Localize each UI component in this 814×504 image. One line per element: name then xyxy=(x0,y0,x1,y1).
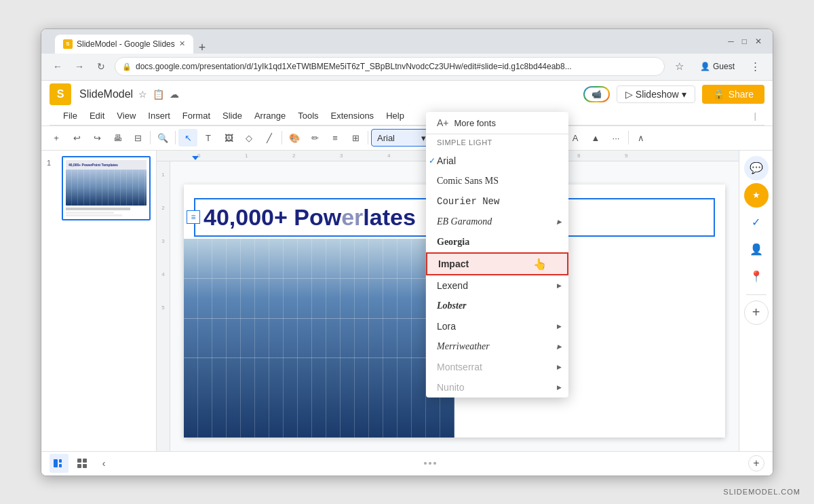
lock-icon: 🔒 xyxy=(122,62,132,71)
shapes-button[interactable]: ◇ xyxy=(239,129,258,147)
filmstrip-view-button[interactable] xyxy=(50,454,69,473)
menu-format[interactable]: Format xyxy=(177,109,216,122)
bg-color-button[interactable]: 🎨 xyxy=(285,129,304,147)
app-toolbar: S SlideModel ☆ 📋 ☁ 📹 ▷ Slideshow ▾ xyxy=(41,81,773,126)
sidebar-maps-icon[interactable]: 📍 xyxy=(744,265,769,289)
grid-view-button[interactable] xyxy=(73,454,92,473)
zoom-out-button[interactable]: + xyxy=(47,129,66,147)
forward-button[interactable]: → xyxy=(71,58,88,75)
ruler-v-mark-5: 5 xyxy=(161,305,164,311)
slide-building-image xyxy=(184,239,454,438)
more-options-icon[interactable]: ⋮ xyxy=(745,57,764,76)
panel-chevron-button[interactable]: ‹ xyxy=(96,455,112,471)
font-item-arial[interactable]: Arial xyxy=(426,151,568,171)
pen-button[interactable]: ✏ xyxy=(305,129,324,147)
refresh-button[interactable]: ↻ xyxy=(93,58,109,75)
image-button[interactable]: 🖼 xyxy=(219,129,238,147)
menu-accessibility-separator: | xyxy=(754,111,756,121)
font-courier-label: Courier New xyxy=(437,196,499,207)
menu-view[interactable]: View xyxy=(111,109,141,122)
slide-building-lines xyxy=(184,239,454,438)
more-fonts-item[interactable]: A+ More fonts xyxy=(426,112,568,134)
font-lobster-label: Lobster xyxy=(437,301,467,311)
profile-button[interactable]: 👤 Guest xyxy=(693,60,741,73)
text-box-button[interactable]: T xyxy=(199,129,218,147)
zoom-button[interactable]: 🔍 xyxy=(153,129,172,147)
minimize-button[interactable]: ─ xyxy=(728,37,734,46)
cloud-icon[interactable]: ☁ xyxy=(170,89,179,100)
sidebar-add-button[interactable]: + xyxy=(744,301,769,325)
select-tool-button[interactable]: ↖ xyxy=(178,129,197,147)
font-dropdown[interactable]: Arial ▾ xyxy=(371,129,432,147)
menu-slide[interactable]: Slide xyxy=(217,109,248,122)
tab-close-button[interactable]: ✕ xyxy=(179,39,185,48)
save-icon[interactable]: 📋 xyxy=(153,89,164,100)
restore-button[interactable]: □ xyxy=(742,37,747,46)
font-item-lobster[interactable]: Lobster xyxy=(426,296,568,316)
bookmarks-icon[interactable]: ☆ xyxy=(670,57,689,76)
menu-insert[interactable]: Insert xyxy=(142,109,176,122)
undo-button[interactable]: ↩ xyxy=(67,129,86,147)
font-item-georgia[interactable]: Georgia xyxy=(426,232,568,252)
new-tab-button[interactable]: + xyxy=(199,41,206,54)
font-item-montserrat[interactable]: Montserrat xyxy=(426,357,568,377)
svg-rect-2 xyxy=(59,464,62,467)
menu-extensions[interactable]: Extensions xyxy=(326,109,380,122)
font-section-label: SIMPLE LIGHT xyxy=(426,134,568,151)
dot-3 xyxy=(433,462,436,465)
more-button[interactable]: ⊞ xyxy=(346,129,365,147)
ruler-v-mark-2: 2 xyxy=(161,205,164,211)
svg-rect-3 xyxy=(77,459,81,463)
tab-bar: S SlideModel - Google Slides ✕ + xyxy=(55,29,725,54)
meet-button[interactable]: 📹 xyxy=(583,86,610,102)
font-item-lora[interactable]: Lora xyxy=(426,316,568,336)
font-merriweather-label: Merriweather xyxy=(437,341,490,352)
slideshow-button[interactable]: ▷ Slideshow ▾ xyxy=(617,85,695,103)
font-dropdown-menu: A+ More fonts SIMPLE LIGHT Arial Comic S… xyxy=(426,112,568,398)
lines-button[interactable]: ╱ xyxy=(260,129,279,147)
font-item-nunito[interactable]: Nunito xyxy=(426,377,568,398)
font-item-courier[interactable]: Courier New xyxy=(426,191,568,212)
font-item-comic-sans[interactable]: Comic Sans MS xyxy=(426,171,568,191)
align-button[interactable]: ≡ xyxy=(326,129,345,147)
sidebar-user-icon[interactable]: 👤 xyxy=(744,237,769,262)
add-slide-button[interactable]: + xyxy=(748,455,764,471)
chrome-toolbar-icons: ☆ 👤 Guest ⋮ xyxy=(670,57,764,76)
svg-rect-0 xyxy=(54,459,58,467)
ruler-v-mark-4: 4 xyxy=(161,271,164,277)
back-button[interactable]: ← xyxy=(50,58,66,75)
redo-button[interactable]: ↪ xyxy=(88,129,106,147)
active-tab[interactable]: S SlideModel - Google Slides ✕ xyxy=(55,35,193,54)
print-button[interactable]: 🖶 xyxy=(108,129,127,147)
font-item-merriweather[interactable]: Merriweather xyxy=(426,336,568,357)
url-text: docs.google.com/presentation/d/1yIk1qd1X… xyxy=(136,62,572,71)
slideshow-chevron-icon: ▾ xyxy=(682,89,686,100)
thumb-building xyxy=(66,170,147,206)
sidebar-check-icon[interactable]: ✓ xyxy=(744,210,769,235)
font-item-impact[interactable]: Impact 👆 xyxy=(426,252,568,275)
star-icon[interactable]: ☆ xyxy=(138,89,147,100)
more-formatting-button[interactable]: ··· xyxy=(606,129,625,147)
font-item-eb-garamond[interactable]: EB Garamond xyxy=(426,212,568,232)
svg-rect-6 xyxy=(83,464,87,468)
ruler-mark-3: 3 xyxy=(340,153,343,159)
slide-number: 1 xyxy=(47,159,58,167)
close-window-button[interactable]: ✕ xyxy=(755,37,762,46)
menu-edit[interactable]: Edit xyxy=(84,109,110,122)
share-button[interactable]: 🔒 Share xyxy=(702,85,764,104)
menu-help[interactable]: Help xyxy=(381,109,410,122)
sidebar-comments-icon[interactable]: 💬 xyxy=(744,156,769,180)
menu-arrange[interactable]: Arrange xyxy=(249,109,291,122)
font-item-lexend[interactable]: Lexend xyxy=(426,275,568,296)
url-bar[interactable]: 🔒 docs.google.com/presentation/d/1yIk1qd… xyxy=(115,57,665,76)
text-align-icon[interactable]: ≡ xyxy=(187,210,200,224)
menu-file[interactable]: File xyxy=(58,109,83,122)
paint-format-button[interactable]: ⊟ xyxy=(128,129,147,147)
text-color-button[interactable]: A xyxy=(566,129,585,147)
filmstrip-icon xyxy=(54,459,64,467)
highlight-button[interactable]: ▲ xyxy=(586,129,605,147)
collapse-button[interactable]: ∧ xyxy=(632,129,651,147)
slide-thumbnail[interactable]: 40,000+ PowerPoint Templates xyxy=(62,156,151,220)
sidebar-star-icon[interactable]: ★ xyxy=(744,183,769,208)
menu-tools[interactable]: Tools xyxy=(292,109,324,122)
